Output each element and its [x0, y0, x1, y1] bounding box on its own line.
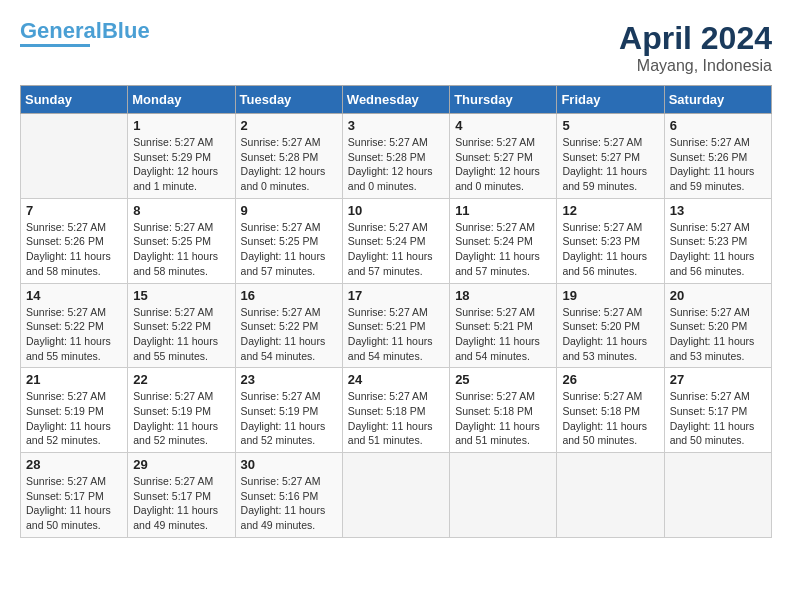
day-number: 19: [562, 288, 658, 303]
day-info: Sunrise: 5:27 AM Sunset: 5:18 PM Dayligh…: [562, 389, 658, 448]
day-number: 1: [133, 118, 229, 133]
calendar-cell: [342, 453, 449, 538]
calendar-cell: 11Sunrise: 5:27 AM Sunset: 5:24 PM Dayli…: [450, 198, 557, 283]
week-row-3: 14Sunrise: 5:27 AM Sunset: 5:22 PM Dayli…: [21, 283, 772, 368]
day-number: 4: [455, 118, 551, 133]
calendar-cell: 30Sunrise: 5:27 AM Sunset: 5:16 PM Dayli…: [235, 453, 342, 538]
calendar-cell: 22Sunrise: 5:27 AM Sunset: 5:19 PM Dayli…: [128, 368, 235, 453]
day-number: 7: [26, 203, 122, 218]
calendar-cell: [450, 453, 557, 538]
day-number: 11: [455, 203, 551, 218]
calendar-cell: 7Sunrise: 5:27 AM Sunset: 5:26 PM Daylig…: [21, 198, 128, 283]
calendar-cell: 13Sunrise: 5:27 AM Sunset: 5:23 PM Dayli…: [664, 198, 771, 283]
day-info: Sunrise: 5:27 AM Sunset: 5:24 PM Dayligh…: [455, 220, 551, 279]
calendar-cell: 25Sunrise: 5:27 AM Sunset: 5:18 PM Dayli…: [450, 368, 557, 453]
day-number: 26: [562, 372, 658, 387]
day-number: 24: [348, 372, 444, 387]
weekday-header-tuesday: Tuesday: [235, 86, 342, 114]
logo-text: GeneralBlue: [20, 20, 150, 42]
day-number: 23: [241, 372, 337, 387]
day-info: Sunrise: 5:27 AM Sunset: 5:24 PM Dayligh…: [348, 220, 444, 279]
weekday-header-saturday: Saturday: [664, 86, 771, 114]
calendar-cell: 20Sunrise: 5:27 AM Sunset: 5:20 PM Dayli…: [664, 283, 771, 368]
location: Mayang, Indonesia: [619, 57, 772, 75]
page-header: GeneralBlue April 2024 Mayang, Indonesia: [20, 20, 772, 75]
calendar-cell: 26Sunrise: 5:27 AM Sunset: 5:18 PM Dayli…: [557, 368, 664, 453]
day-info: Sunrise: 5:27 AM Sunset: 5:27 PM Dayligh…: [455, 135, 551, 194]
calendar-table: SundayMondayTuesdayWednesdayThursdayFrid…: [20, 85, 772, 538]
weekday-header-monday: Monday: [128, 86, 235, 114]
calendar-cell: 23Sunrise: 5:27 AM Sunset: 5:19 PM Dayli…: [235, 368, 342, 453]
week-row-5: 28Sunrise: 5:27 AM Sunset: 5:17 PM Dayli…: [21, 453, 772, 538]
month-year: April 2024: [619, 20, 772, 57]
day-number: 27: [670, 372, 766, 387]
calendar-cell: 28Sunrise: 5:27 AM Sunset: 5:17 PM Dayli…: [21, 453, 128, 538]
day-number: 20: [670, 288, 766, 303]
week-row-4: 21Sunrise: 5:27 AM Sunset: 5:19 PM Dayli…: [21, 368, 772, 453]
calendar-cell: 27Sunrise: 5:27 AM Sunset: 5:17 PM Dayli…: [664, 368, 771, 453]
day-number: 8: [133, 203, 229, 218]
calendar-cell: 8Sunrise: 5:27 AM Sunset: 5:25 PM Daylig…: [128, 198, 235, 283]
calendar-cell: 2Sunrise: 5:27 AM Sunset: 5:28 PM Daylig…: [235, 114, 342, 199]
logo-underline: [20, 44, 90, 47]
logo-blue: Blue: [102, 18, 150, 43]
calendar-cell: [21, 114, 128, 199]
week-row-2: 7Sunrise: 5:27 AM Sunset: 5:26 PM Daylig…: [21, 198, 772, 283]
calendar-cell: [664, 453, 771, 538]
calendar-cell: 3Sunrise: 5:27 AM Sunset: 5:28 PM Daylig…: [342, 114, 449, 199]
day-info: Sunrise: 5:27 AM Sunset: 5:22 PM Dayligh…: [133, 305, 229, 364]
day-info: Sunrise: 5:27 AM Sunset: 5:17 PM Dayligh…: [26, 474, 122, 533]
calendar-cell: 9Sunrise: 5:27 AM Sunset: 5:25 PM Daylig…: [235, 198, 342, 283]
weekday-header-wednesday: Wednesday: [342, 86, 449, 114]
day-info: Sunrise: 5:27 AM Sunset: 5:19 PM Dayligh…: [26, 389, 122, 448]
day-number: 18: [455, 288, 551, 303]
day-number: 17: [348, 288, 444, 303]
day-info: Sunrise: 5:27 AM Sunset: 5:19 PM Dayligh…: [133, 389, 229, 448]
calendar-cell: 6Sunrise: 5:27 AM Sunset: 5:26 PM Daylig…: [664, 114, 771, 199]
day-info: Sunrise: 5:27 AM Sunset: 5:25 PM Dayligh…: [133, 220, 229, 279]
calendar-cell: 19Sunrise: 5:27 AM Sunset: 5:20 PM Dayli…: [557, 283, 664, 368]
day-number: 16: [241, 288, 337, 303]
day-info: Sunrise: 5:27 AM Sunset: 5:26 PM Dayligh…: [670, 135, 766, 194]
calendar-cell: 10Sunrise: 5:27 AM Sunset: 5:24 PM Dayli…: [342, 198, 449, 283]
day-number: 2: [241, 118, 337, 133]
week-row-1: 1Sunrise: 5:27 AM Sunset: 5:29 PM Daylig…: [21, 114, 772, 199]
day-info: Sunrise: 5:27 AM Sunset: 5:23 PM Dayligh…: [562, 220, 658, 279]
calendar-cell: 1Sunrise: 5:27 AM Sunset: 5:29 PM Daylig…: [128, 114, 235, 199]
calendar-cell: 29Sunrise: 5:27 AM Sunset: 5:17 PM Dayli…: [128, 453, 235, 538]
day-number: 9: [241, 203, 337, 218]
day-info: Sunrise: 5:27 AM Sunset: 5:18 PM Dayligh…: [348, 389, 444, 448]
day-info: Sunrise: 5:27 AM Sunset: 5:27 PM Dayligh…: [562, 135, 658, 194]
day-info: Sunrise: 5:27 AM Sunset: 5:23 PM Dayligh…: [670, 220, 766, 279]
calendar-cell: 12Sunrise: 5:27 AM Sunset: 5:23 PM Dayli…: [557, 198, 664, 283]
weekday-header-thursday: Thursday: [450, 86, 557, 114]
day-number: 10: [348, 203, 444, 218]
day-number: 14: [26, 288, 122, 303]
day-info: Sunrise: 5:27 AM Sunset: 5:21 PM Dayligh…: [455, 305, 551, 364]
day-info: Sunrise: 5:27 AM Sunset: 5:20 PM Dayligh…: [670, 305, 766, 364]
calendar-cell: 16Sunrise: 5:27 AM Sunset: 5:22 PM Dayli…: [235, 283, 342, 368]
day-info: Sunrise: 5:27 AM Sunset: 5:22 PM Dayligh…: [26, 305, 122, 364]
logo: GeneralBlue: [20, 20, 150, 47]
calendar-cell: 24Sunrise: 5:27 AM Sunset: 5:18 PM Dayli…: [342, 368, 449, 453]
day-info: Sunrise: 5:27 AM Sunset: 5:18 PM Dayligh…: [455, 389, 551, 448]
calendar-cell: 5Sunrise: 5:27 AM Sunset: 5:27 PM Daylig…: [557, 114, 664, 199]
day-info: Sunrise: 5:27 AM Sunset: 5:28 PM Dayligh…: [348, 135, 444, 194]
calendar-cell: 14Sunrise: 5:27 AM Sunset: 5:22 PM Dayli…: [21, 283, 128, 368]
day-info: Sunrise: 5:27 AM Sunset: 5:21 PM Dayligh…: [348, 305, 444, 364]
weekday-header-friday: Friday: [557, 86, 664, 114]
weekday-header-row: SundayMondayTuesdayWednesdayThursdayFrid…: [21, 86, 772, 114]
day-number: 12: [562, 203, 658, 218]
day-info: Sunrise: 5:27 AM Sunset: 5:28 PM Dayligh…: [241, 135, 337, 194]
day-number: 15: [133, 288, 229, 303]
day-info: Sunrise: 5:27 AM Sunset: 5:25 PM Dayligh…: [241, 220, 337, 279]
day-number: 25: [455, 372, 551, 387]
day-info: Sunrise: 5:27 AM Sunset: 5:17 PM Dayligh…: [133, 474, 229, 533]
calendar-cell: 17Sunrise: 5:27 AM Sunset: 5:21 PM Dayli…: [342, 283, 449, 368]
calendar-cell: 18Sunrise: 5:27 AM Sunset: 5:21 PM Dayli…: [450, 283, 557, 368]
weekday-header-sunday: Sunday: [21, 86, 128, 114]
day-number: 28: [26, 457, 122, 472]
day-number: 6: [670, 118, 766, 133]
day-info: Sunrise: 5:27 AM Sunset: 5:16 PM Dayligh…: [241, 474, 337, 533]
day-info: Sunrise: 5:27 AM Sunset: 5:26 PM Dayligh…: [26, 220, 122, 279]
